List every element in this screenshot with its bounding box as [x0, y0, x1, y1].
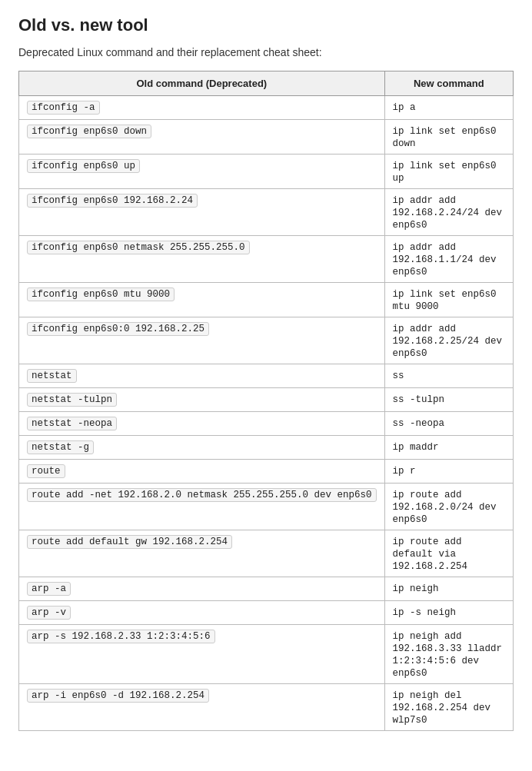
new-command-code: ip -s neigh	[393, 607, 457, 618]
old-command-header: Old command (Deprecated)	[19, 71, 385, 96]
old-command-cell: netstat -tulpn	[19, 388, 385, 412]
new-command-code: ip link set enp6s0 up	[393, 161, 497, 184]
subtitle: Deprecated Linux command and their repla…	[18, 46, 514, 58]
new-command-code: ip addr add 192.168.2.25/24 dev enp6s0	[393, 324, 503, 359]
old-command-code: ifconfig enp6s0:0 192.168.2.25	[27, 322, 209, 336]
old-command-code: arp -a	[27, 582, 71, 596]
new-command-cell: ip a	[384, 96, 513, 120]
old-command-cell: ifconfig -a	[19, 96, 385, 120]
old-command-code: ifconfig -a	[27, 101, 100, 115]
table-row: route add default gw 192.168.2.254ip rou…	[19, 530, 514, 577]
table-row: ifconfig enp6s0 netmask 255.255.255.0ip …	[19, 236, 514, 283]
new-command-cell: ip addr add 192.168.1.1/24 dev enp6s0	[384, 236, 513, 283]
table-row: arp -s 192.168.2.33 1:2:3:4:5:6ip neigh …	[19, 625, 514, 684]
old-command-cell: arp -s 192.168.2.33 1:2:3:4:5:6	[19, 625, 385, 684]
new-command-cell: ip neigh add 192.168.3.33 lladdr 1:2:3:4…	[384, 625, 513, 684]
old-command-cell: netstat	[19, 364, 385, 388]
table-row: netstatss	[19, 364, 514, 388]
old-command-cell: ifconfig enp6s0 up	[19, 155, 385, 189]
new-command-code: ip link set enp6s0 mtu 9000	[393, 289, 497, 312]
old-command-cell: route add default gw 192.168.2.254	[19, 530, 385, 577]
new-command-code: ip maddr	[393, 442, 439, 453]
new-command-code: ip route add 192.168.2.0/24 dev enp6s0	[393, 490, 497, 525]
old-command-code: netstat -tulpn	[27, 393, 117, 407]
new-command-code: ss -tulpn	[393, 394, 445, 405]
new-command-cell: ip addr add 192.168.2.24/24 dev enp6s0	[384, 189, 513, 236]
new-command-cell: ip route add 192.168.2.0/24 dev enp6s0	[384, 484, 513, 530]
old-command-code: ifconfig enp6s0 mtu 9000	[27, 287, 175, 301]
new-command-code: ip neigh del 192.168.2.254 dev wlp7s0	[393, 690, 491, 726]
new-command-cell: ss -neopa	[384, 412, 513, 436]
table-row: ifconfig enp6s0 upip link set enp6s0 up	[19, 155, 514, 189]
old-command-cell: route add -net 192.168.2.0 netmask 255.2…	[19, 484, 385, 530]
old-command-code: netstat -g	[27, 440, 94, 454]
old-command-code: arp -i enp6s0 -d 192.168.2.254	[27, 689, 209, 703]
old-command-code: arp -s 192.168.2.33 1:2:3:4:5:6	[27, 630, 215, 643]
table-row: arp -aip neigh	[19, 577, 514, 601]
new-command-cell: ip addr add 192.168.2.25/24 dev enp6s0	[384, 317, 513, 364]
old-command-cell: netstat -neopa	[19, 412, 385, 436]
old-command-cell: ifconfig enp6s0 down	[19, 120, 385, 155]
table-row: netstat -gip maddr	[19, 436, 514, 460]
page-title: Old vs. new tool	[18, 15, 514, 35]
new-command-code: ip addr add 192.168.1.1/24 dev enp6s0	[393, 242, 497, 277]
new-command-code: ss	[393, 371, 404, 381]
old-command-cell: arp -i enp6s0 -d 192.168.2.254	[19, 684, 385, 731]
old-command-cell: ifconfig enp6s0 192.168.2.24	[19, 189, 385, 236]
new-command-cell: ip link set enp6s0 down	[384, 120, 513, 155]
old-command-code: netstat	[27, 369, 77, 383]
new-command-code: ip neigh	[393, 583, 439, 594]
old-command-cell: ifconfig enp6s0 netmask 255.255.255.0	[19, 236, 385, 283]
old-command-code: ifconfig enp6s0 up	[27, 159, 140, 173]
old-command-cell: arp -v	[19, 601, 385, 625]
new-command-cell: ip neigh	[384, 577, 513, 601]
table-row: netstat -neopass -neopa	[19, 412, 514, 436]
table-row: netstat -tulpnss -tulpn	[19, 388, 514, 412]
new-command-code: ip r	[393, 466, 416, 477]
old-command-code: ifconfig enp6s0 netmask 255.255.255.0	[27, 241, 250, 254]
table-row: ifconfig enp6s0 mtu 9000ip link set enp6…	[19, 283, 514, 317]
old-command-code: arp -v	[27, 606, 71, 620]
new-command-cell: ip link set enp6s0 up	[384, 155, 513, 189]
old-command-code: netstat -neopa	[27, 417, 117, 430]
old-command-code: route add default gw 192.168.2.254	[27, 535, 232, 549]
new-command-cell: ip r	[384, 460, 513, 484]
comparison-table: Old command (Deprecated) New command ifc…	[18, 71, 514, 731]
table-row: routeip r	[19, 460, 514, 484]
new-command-code: ip a	[393, 102, 416, 113]
old-command-code: route add -net 192.168.2.0 netmask 255.2…	[27, 488, 377, 502]
old-command-code: ifconfig enp6s0 down	[27, 125, 151, 138]
new-command-code: ip link set enp6s0 down	[393, 126, 497, 149]
new-command-cell: ss -tulpn	[384, 388, 513, 412]
new-command-cell: ip -s neigh	[384, 601, 513, 625]
new-command-cell: ip route add default via 192.168.2.254	[384, 530, 513, 577]
old-command-cell: arp -a	[19, 577, 385, 601]
table-row: ifconfig enp6s0 downip link set enp6s0 d…	[19, 120, 514, 155]
old-command-cell: netstat -g	[19, 436, 385, 460]
new-command-header: New command	[384, 71, 513, 96]
new-command-code: ss -neopa	[393, 418, 445, 429]
new-command-cell: ip neigh del 192.168.2.254 dev wlp7s0	[384, 684, 513, 731]
old-command-cell: ifconfig enp6s0 mtu 9000	[19, 283, 385, 317]
table-row: arp -i enp6s0 -d 192.168.2.254ip neigh d…	[19, 684, 514, 731]
old-command-code: ifconfig enp6s0 192.168.2.24	[27, 194, 198, 208]
old-command-cell: route	[19, 460, 385, 484]
new-command-cell: ss	[384, 364, 513, 388]
table-row: ifconfig -aip a	[19, 96, 514, 120]
table-row: ifconfig enp6s0 192.168.2.24ip addr add …	[19, 189, 514, 236]
new-command-cell: ip maddr	[384, 436, 513, 460]
table-row: ifconfig enp6s0:0 192.168.2.25ip addr ad…	[19, 317, 514, 364]
table-row: route add -net 192.168.2.0 netmask 255.2…	[19, 484, 514, 530]
table-row: arp -vip -s neigh	[19, 601, 514, 625]
old-command-code: route	[27, 464, 65, 478]
new-command-code: ip route add default via 192.168.2.254	[393, 537, 468, 572]
old-command-cell: ifconfig enp6s0:0 192.168.2.25	[19, 317, 385, 364]
new-command-code: ip neigh add 192.168.3.33 lladdr 1:2:3:4…	[393, 631, 503, 679]
new-command-cell: ip link set enp6s0 mtu 9000	[384, 283, 513, 317]
new-command-code: ip addr add 192.168.2.24/24 dev enp6s0	[393, 195, 503, 231]
